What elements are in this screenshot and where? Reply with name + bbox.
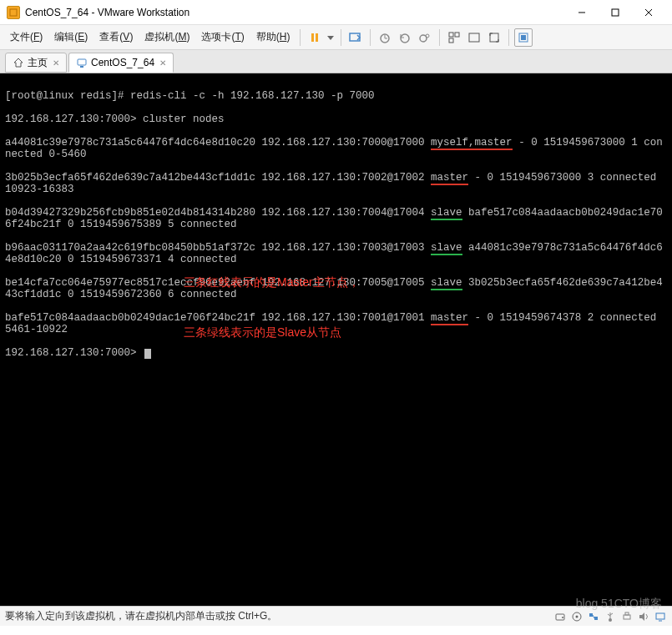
disk-icon[interactable]: [553, 610, 567, 623]
usb-icon[interactable]: [604, 610, 617, 623]
monitor-icon[interactable]: [654, 610, 667, 623]
annotation: 三条红线表示的是Master主节点， 三条绿线表示的是Slave从节点: [184, 240, 360, 374]
separator: [439, 29, 440, 46]
svg-rect-19: [490, 33, 498, 42]
status-text: 要将输入定向到该虚拟机，请在虚拟机内部单击或按 Ctrl+G。: [5, 609, 277, 623]
terminal-line: a44081c39e7978c731a5c64476f4dc64e8d10c20…: [5, 137, 667, 160]
svg-point-28: [576, 615, 579, 617]
menu-view[interactable]: 查看(V): [94, 27, 138, 48]
app-icon: [7, 6, 20, 19]
svg-point-26: [562, 617, 563, 618]
close-button[interactable]: [632, 1, 665, 24]
svg-rect-5: [311, 33, 314, 42]
status-icons: [553, 610, 667, 623]
svg-rect-16: [455, 33, 459, 37]
tab-home[interactable]: 主页 ✕: [5, 53, 67, 73]
window-controls: [565, 1, 665, 24]
svg-marker-7: [327, 36, 334, 40]
menu-tabs[interactable]: 选项卡(T): [196, 27, 249, 48]
svg-marker-38: [639, 612, 644, 621]
fullscreen-button[interactable]: [485, 28, 503, 47]
snapshot-manager-button[interactable]: [416, 28, 434, 47]
terminal-line: 3b025b3ecfa65f462de639c7a412be443cf1dd1c…: [5, 172, 667, 195]
svg-rect-2: [612, 9, 619, 16]
svg-rect-0: [10, 9, 17, 16]
pause-button[interactable]: [306, 28, 324, 47]
dropdown-icon[interactable]: [326, 28, 336, 47]
svg-line-31: [593, 615, 594, 618]
cd-icon[interactable]: [570, 610, 584, 623]
vm-icon: [76, 57, 88, 68]
svg-rect-36: [624, 615, 630, 619]
svg-rect-23: [78, 59, 86, 65]
menu-vm[interactable]: 虚拟机(M): [139, 27, 195, 48]
window-title: CentOS_7_64 - VMware Workstation: [25, 7, 565, 18]
menu-file[interactable]: 文件(F): [5, 27, 48, 48]
svg-rect-29: [589, 613, 593, 617]
maximize-button[interactable]: [599, 1, 632, 24]
revert-snapshot-button[interactable]: [396, 28, 414, 47]
svg-rect-39: [656, 613, 664, 619]
send-input-button[interactable]: [346, 28, 365, 47]
separator: [341, 29, 341, 46]
svg-rect-17: [449, 38, 453, 43]
home-icon: [13, 57, 24, 68]
svg-rect-6: [316, 33, 318, 42]
svg-point-12: [401, 34, 409, 43]
menu-edit[interactable]: 编辑(E): [49, 27, 93, 48]
svg-rect-24: [80, 66, 83, 68]
network-icon[interactable]: [587, 610, 600, 623]
single-view-button[interactable]: [465, 28, 483, 47]
statusbar: 要将输入定向到该虚拟机，请在虚拟机内部单击或按 Ctrl+G。: [0, 606, 672, 626]
svg-rect-37: [625, 612, 629, 615]
cursor: [144, 349, 151, 359]
titlebar: CentOS_7_64 - VMware Workstation: [0, 0, 672, 25]
annotation-line: 三条绿线表示的是Slave从节点: [184, 324, 360, 340]
svg-rect-21: [521, 35, 526, 40]
unity-mode-button[interactable]: [514, 28, 533, 47]
svg-rect-18: [469, 33, 479, 42]
terminal-line: 192.168.127.130:7000> cluster nodes: [5, 113, 667, 125]
terminal[interactable]: [root@linux redis]# redis-cli -c -h 192.…: [0, 73, 672, 606]
printer-icon[interactable]: [620, 610, 634, 623]
menu-help[interactable]: 帮助(H): [251, 27, 296, 48]
close-icon[interactable]: ✕: [53, 58, 59, 68]
close-icon[interactable]: ✕: [159, 58, 166, 68]
svg-rect-30: [594, 617, 598, 620]
separator: [508, 29, 509, 46]
minimize-button[interactable]: [565, 1, 599, 24]
thumbnail-view-button[interactable]: [445, 28, 463, 47]
separator: [300, 29, 301, 46]
tab-vm-label: CentOS_7_64: [91, 57, 154, 68]
sound-icon[interactable]: [637, 610, 650, 623]
menubar: 文件(F) 编辑(E) 查看(V) 虚拟机(M) 选项卡(T) 帮助(H): [0, 25, 672, 50]
snapshot-button[interactable]: [376, 28, 394, 47]
terminal-line: [root@linux redis]# redis-cli -c -h 192.…: [5, 90, 667, 102]
separator: [370, 29, 371, 46]
annotation-line: 三条红线表示的是Master主节点，: [184, 274, 360, 290]
svg-rect-15: [449, 33, 453, 37]
tab-home-label: 主页: [28, 56, 48, 70]
terminal-line: b04d39427329b256fcb9b851e02d4b814314b280…: [5, 207, 667, 230]
svg-marker-22: [14, 58, 23, 67]
tabbar: 主页 ✕ CentOS_7_64 ✕: [0, 50, 672, 73]
tab-vm[interactable]: CentOS_7_64 ✕: [68, 53, 174, 73]
